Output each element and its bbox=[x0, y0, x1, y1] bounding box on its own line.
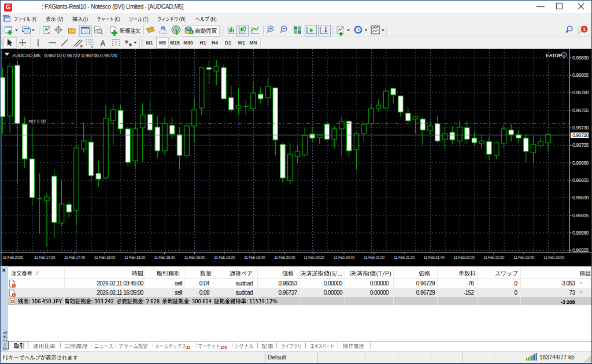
svg-text:AUDCAD,M5 0.96710 0.96722 0.: AUDCAD,M5 0.96710 0.96722 0.96706 0.9672… bbox=[12, 53, 117, 58]
svg-text:11 Feb 19:40: 11 Feb 19:40 bbox=[244, 255, 265, 260]
svg-text:EATOP: EATOP bbox=[546, 53, 562, 58]
svg-text:0.96655: 0.96655 bbox=[572, 177, 589, 183]
svg-text:11 Feb 18:20: 11 Feb 18:20 bbox=[124, 255, 145, 260]
svg-text:F: F bbox=[91, 45, 94, 49]
svg-text:11 Feb 18:00: 11 Feb 18:00 bbox=[94, 255, 115, 260]
svg-text:sell 0.08: sell 0.08 bbox=[29, 118, 46, 124]
svg-text:0.96805: 0.96805 bbox=[572, 72, 589, 78]
svg-text:0.96720: 0.96720 bbox=[572, 132, 589, 138]
svg-text:0.96630: 0.96630 bbox=[572, 195, 589, 200]
svg-text:0.96830: 0.96830 bbox=[572, 55, 589, 61]
svg-text:E: E bbox=[80, 44, 83, 48]
svg-text:0.96580: 0.96580 bbox=[572, 230, 589, 236]
svg-text:0.96730: 0.96730 bbox=[572, 125, 589, 131]
svg-text:0.96705: 0.96705 bbox=[572, 142, 589, 148]
svg-text:11 Feb 23:00: 11 Feb 23:00 bbox=[543, 255, 564, 260]
svg-text:11 Feb 22:00: 11 Feb 22:00 bbox=[454, 255, 475, 260]
svg-text:11 Feb 21:20: 11 Feb 21:20 bbox=[394, 255, 415, 260]
svg-text:11 Feb 17:40: 11 Feb 17:40 bbox=[64, 255, 85, 260]
svg-text:11 Feb 19:20: 11 Feb 19:20 bbox=[214, 255, 235, 260]
svg-text:11 Feb 21:00: 11 Feb 21:00 bbox=[364, 255, 384, 260]
svg-text:11 Feb 22:40: 11 Feb 22:40 bbox=[513, 255, 534, 260]
svg-text:0.96755: 0.96755 bbox=[572, 107, 589, 113]
svg-text:11 Feb 2026: 11 Feb 2026 bbox=[3, 255, 23, 260]
svg-text:11 Feb 19:00: 11 Feb 19:00 bbox=[184, 255, 205, 260]
svg-text:11 Feb 17:20: 11 Feb 17:20 bbox=[34, 255, 55, 260]
svg-text:11 Feb 18:40: 11 Feb 18:40 bbox=[154, 255, 175, 260]
svg-text:11 Feb 20:00: 11 Feb 20:00 bbox=[274, 255, 295, 260]
svg-text:11 Feb 20:20: 11 Feb 20:20 bbox=[304, 255, 324, 260]
svg-text:A: A bbox=[101, 39, 106, 47]
svg-text:0.96555: 0.96555 bbox=[572, 247, 589, 253]
svg-text:11 Feb 21:40: 11 Feb 21:40 bbox=[424, 255, 445, 260]
svg-text:0.96680: 0.96680 bbox=[572, 160, 589, 166]
svg-text:T: T bbox=[114, 40, 118, 46]
svg-text:0.96605: 0.96605 bbox=[572, 213, 589, 218]
svg-text:11 Feb 20:40: 11 Feb 20:40 bbox=[334, 255, 354, 260]
svg-text:0.96780: 0.96780 bbox=[572, 90, 589, 95]
svg-text:11 Feb 22:20: 11 Feb 22:20 bbox=[483, 255, 504, 260]
